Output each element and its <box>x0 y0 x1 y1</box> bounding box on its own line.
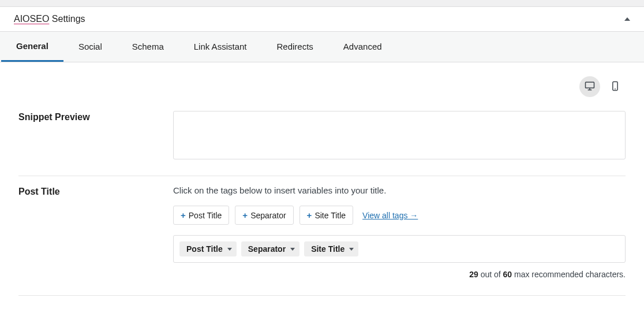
tag-btn-label: Post Title <box>189 211 222 220</box>
post-title-body: Click on the tags below to insert variab… <box>173 185 626 279</box>
char-count-mid: out of <box>478 270 503 279</box>
tag-buttons: + Post Title + Separator + Site Title Vi… <box>173 206 626 225</box>
plus-icon: + <box>242 210 248 220</box>
tab-label: Link Assistant <box>194 42 247 51</box>
plus-icon: + <box>181 210 186 220</box>
content: Snippet Preview Post Title Click on the … <box>0 62 644 310</box>
collapse-icon[interactable] <box>624 17 630 21</box>
tab-redirects[interactable]: Redirects <box>261 32 328 62</box>
chip-label: Site Title <box>311 244 345 254</box>
panel-title: AIOSEO Settings <box>14 14 85 24</box>
tab-label: Redirects <box>276 42 313 51</box>
snippet-preview-box <box>173 111 626 159</box>
tab-label: Social <box>78 42 102 51</box>
tab-social[interactable]: Social <box>63 32 117 62</box>
char-count-suffix: max recommended characters. <box>512 270 626 279</box>
tag-btn-post-title[interactable]: + Post Title <box>173 206 229 225</box>
snippet-preview-label: Snippet Preview <box>18 111 173 159</box>
char-count: 29 out of 60 max recommended characters. <box>173 270 626 279</box>
post-title-row: Post Title Click on the tags below to in… <box>18 176 626 296</box>
chip-separator[interactable]: Separator <box>241 241 299 256</box>
post-title-label: Post Title <box>18 185 173 279</box>
chip-label: Separator <box>248 244 286 254</box>
char-count-max: 60 <box>503 270 512 279</box>
tag-btn-separator[interactable]: + Separator <box>235 206 293 225</box>
device-toggle <box>18 76 626 97</box>
char-count-current: 29 <box>469 270 478 279</box>
chip-site-title[interactable]: Site Title <box>304 241 358 256</box>
chevron-down-icon <box>227 248 232 251</box>
tab-general[interactable]: General <box>1 32 63 62</box>
tab-schema[interactable]: Schema <box>117 32 179 62</box>
tab-label: General <box>16 41 48 51</box>
chip-post-title[interactable]: Post Title <box>179 241 237 256</box>
brand-text: AIOSEO <box>14 14 49 24</box>
tag-btn-label: Site Title <box>314 211 346 220</box>
plus-icon: + <box>307 210 312 220</box>
tab-label: Advanced <box>343 42 382 51</box>
tab-link-assistant[interactable]: Link Assistant <box>179 32 262 62</box>
chevron-down-icon <box>290 248 295 251</box>
desktop-icon <box>584 80 596 94</box>
chip-label: Post Title <box>186 244 223 254</box>
mobile-view-button[interactable] <box>605 76 626 97</box>
mobile-icon <box>609 80 621 94</box>
panel-header: AIOSEO Settings <box>0 7 644 32</box>
snippet-preview-body <box>173 111 626 159</box>
snippet-preview-row: Snippet Preview <box>18 102 626 176</box>
tag-btn-label: Separator <box>250 211 286 220</box>
panel-title-suffix: Settings <box>49 14 85 24</box>
top-spacer <box>0 0 644 7</box>
tag-btn-site-title[interactable]: + Site Title <box>299 206 353 225</box>
tab-label: Schema <box>132 42 164 51</box>
title-input[interactable]: Post Title Separator Site Title <box>173 235 626 263</box>
view-all-tags-link[interactable]: View all tags → <box>362 211 418 220</box>
tab-advanced[interactable]: Advanced <box>328 32 397 62</box>
chevron-down-icon <box>349 248 354 251</box>
desktop-view-button[interactable] <box>579 76 600 97</box>
post-title-hint: Click on the tags below to insert variab… <box>173 185 626 195</box>
tabs: General Social Schema Link Assistant Red… <box>0 32 644 62</box>
svg-rect-0 <box>586 82 594 88</box>
